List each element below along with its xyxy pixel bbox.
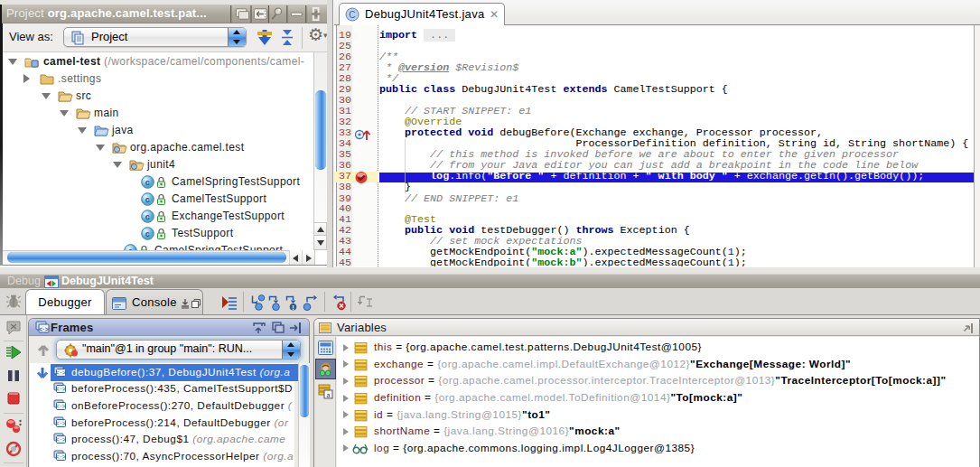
svg-text:a: a: [327, 392, 331, 398]
svg-text:<·>: <·>: [56, 386, 66, 392]
svg-text:<·>: <·>: [56, 369, 66, 376]
svg-text:<·>: <·>: [56, 403, 66, 409]
svg-text:c: c: [145, 178, 150, 187]
svg-text:c: c: [145, 195, 150, 204]
svg-text:C: C: [349, 10, 356, 20]
svg-text:<·>: <·>: [56, 420, 66, 426]
svg-text:<·>: <·>: [39, 326, 49, 332]
svg-text:<·>: <·>: [56, 436, 66, 443]
svg-text:c: c: [145, 229, 150, 238]
svg-text:<·>: <·>: [56, 453, 66, 460]
svg-text:!: !: [292, 304, 294, 312]
svg-text:c: c: [145, 212, 150, 221]
